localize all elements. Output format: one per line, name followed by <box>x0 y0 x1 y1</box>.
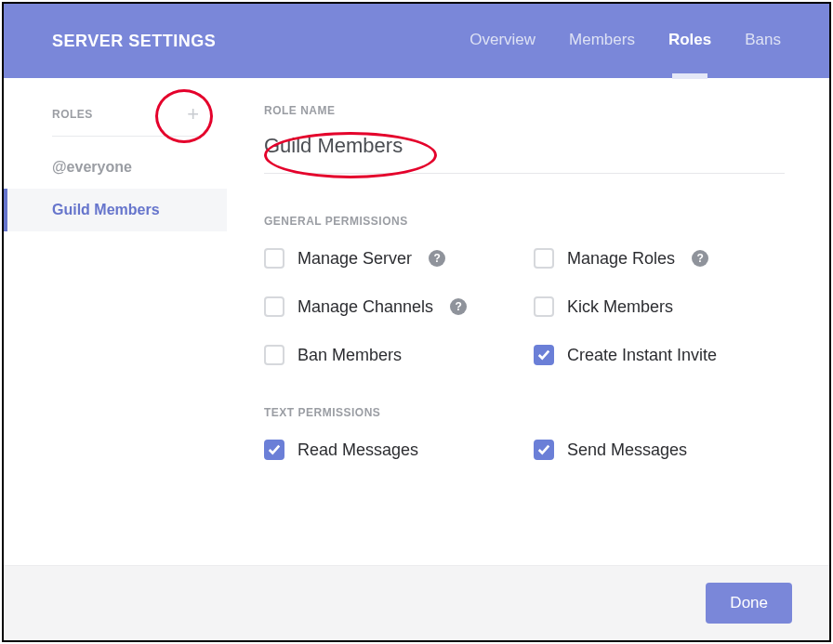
checkbox-icon <box>534 440 554 460</box>
perm-label: Manage Channels <box>298 297 433 317</box>
sidebar-item-guild-members[interactable]: Guild Members <box>4 189 227 231</box>
perm-label: Ban Members <box>298 346 402 365</box>
perm-label: Read Messages <box>298 440 418 460</box>
tab-bans[interactable]: Bans <box>745 31 781 51</box>
checkbox-icon <box>534 296 554 317</box>
perm-manage-server[interactable]: Manage Server ? <box>264 248 515 269</box>
header-tabs: Overview Members Roles Bans <box>469 31 781 51</box>
perm-label: Kick Members <box>567 297 673 317</box>
text-permissions-grid: Read Messages Send Messages <box>264 440 785 460</box>
roles-sidebar: ROLES + @everyone Guild Members <box>4 78 227 565</box>
perm-label: Send Messages <box>567 440 687 460</box>
perm-label: Manage Roles <box>567 249 675 269</box>
text-permissions-section: TEXT PERMISSIONS Read Messages Send Mess… <box>264 406 785 460</box>
perm-read-messages[interactable]: Read Messages <box>264 440 515 460</box>
help-icon[interactable]: ? <box>429 250 445 267</box>
footer-bar: Done <box>4 565 829 640</box>
checkbox-icon <box>264 248 284 269</box>
tab-roles[interactable]: Roles <box>668 31 711 51</box>
add-role-icon[interactable]: + <box>187 104 199 125</box>
sidebar-heading: ROLES <box>52 108 93 121</box>
general-permissions-section: GENERAL PERMISSIONS Manage Server ? Mana… <box>264 215 785 365</box>
perm-create-instant-invite[interactable]: Create Instant Invite <box>534 345 785 365</box>
general-permissions-label: GENERAL PERMISSIONS <box>264 215 785 228</box>
checkbox-icon <box>534 345 554 365</box>
sidebar-separator <box>52 136 199 137</box>
tab-overview[interactable]: Overview <box>469 31 536 51</box>
general-permissions-grid: Manage Server ? Manage Roles ? Manage Ch… <box>264 248 785 365</box>
checkbox-icon <box>264 440 284 460</box>
tab-members[interactable]: Members <box>569 31 635 51</box>
sidebar-header: ROLES + <box>4 104 227 136</box>
perm-manage-roles[interactable]: Manage Roles ? <box>534 248 785 269</box>
help-icon[interactable]: ? <box>692 250 708 267</box>
done-button[interactable]: Done <box>706 583 792 624</box>
checkbox-icon <box>264 345 284 365</box>
text-permissions-label: TEXT PERMISSIONS <box>264 406 785 419</box>
role-name-input[interactable] <box>264 130 785 174</box>
role-editor: ROLE NAME GENERAL PERMISSIONS Manage Ser… <box>227 78 829 565</box>
help-icon[interactable]: ? <box>450 298 467 315</box>
body: ROLES + @everyone Guild Members ROLE NAM… <box>4 78 829 565</box>
perm-kick-members[interactable]: Kick Members <box>534 296 785 317</box>
perm-manage-channels[interactable]: Manage Channels ? <box>264 296 515 317</box>
server-settings-window: SERVER SETTINGS Overview Members Roles B… <box>2 2 831 642</box>
sidebar-item-everyone[interactable]: @everyone <box>4 146 227 189</box>
checkbox-icon <box>534 248 554 269</box>
perm-label: Manage Server <box>298 249 412 269</box>
header-title: SERVER SETTINGS <box>52 32 469 51</box>
header-bar: SERVER SETTINGS Overview Members Roles B… <box>4 4 829 78</box>
perm-label: Create Instant Invite <box>567 346 717 365</box>
perm-ban-members[interactable]: Ban Members <box>264 345 515 365</box>
perm-send-messages[interactable]: Send Messages <box>534 440 785 460</box>
checkbox-icon <box>264 296 284 317</box>
role-name-label: ROLE NAME <box>264 104 785 117</box>
